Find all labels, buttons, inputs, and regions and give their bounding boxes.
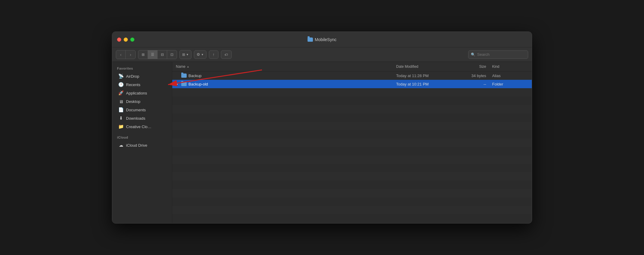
table-row-empty bbox=[172, 130, 532, 139]
toolbar: ‹ › ⊞ ☰ ⊟ ⊡ ⊞ ▼ ⚙ ▼ ↑ 🏷 🔍 bbox=[112, 47, 532, 62]
icloud-label: iCloud bbox=[112, 134, 172, 141]
sidebar-item-applications[interactable]: 🚀 Applications bbox=[113, 89, 171, 97]
sidebar-item-creative-cloud[interactable]: 📁 Creative Clo… bbox=[113, 122, 171, 131]
folder-icon-wrapper bbox=[181, 82, 187, 86]
share-icon: ↑ bbox=[213, 52, 215, 57]
sidebar-item-documents[interactable]: 📄 Documents bbox=[113, 106, 171, 114]
search-icon: 🔍 bbox=[471, 52, 475, 57]
sidebar-item-airdrop[interactable]: 📡 AirDrop bbox=[113, 72, 171, 80]
sidebar-item-label: Creative Clo… bbox=[126, 124, 152, 129]
gear-action-button[interactable]: ⚙ ▼ bbox=[194, 50, 206, 59]
col-kind-header[interactable]: Kind bbox=[492, 64, 528, 69]
sidebar-item-label: Applications bbox=[126, 91, 147, 95]
creative-cloud-icon: 📁 bbox=[118, 124, 124, 129]
file-row-name: ▶ Backup-old bbox=[176, 82, 396, 86]
icloud-drive-icon: ☁ bbox=[118, 142, 124, 148]
view-list-button[interactable]: ☰ bbox=[148, 50, 158, 59]
applications-icon: 🚀 bbox=[118, 90, 124, 96]
empty-rows bbox=[172, 88, 532, 214]
tag-button[interactable]: 🏷 bbox=[221, 50, 232, 59]
view-dropdown-arrow: ▼ bbox=[186, 53, 189, 56]
forward-button[interactable]: › bbox=[126, 50, 135, 59]
view-extra-button[interactable]: ⊞ ▼ bbox=[180, 50, 191, 59]
search-box[interactable]: 🔍 bbox=[468, 50, 528, 59]
table-row-empty bbox=[172, 197, 532, 206]
col-date-header[interactable]: Date Modified bbox=[396, 64, 456, 69]
sidebar: Favorites 📡 AirDrop 🕐 Recents 🚀 Applicat… bbox=[112, 62, 172, 223]
sidebar-item-icloud-drive[interactable]: ☁ iCloud Drive bbox=[113, 141, 171, 149]
share-button[interactable]: ↑ bbox=[209, 50, 218, 59]
table-row-empty bbox=[172, 147, 532, 155]
table-row[interactable]: ▶ Backup-old Today at 10:21 PM -- Folder bbox=[172, 80, 532, 88]
col-name-header[interactable]: Name ▲ bbox=[176, 64, 396, 69]
view-column-button[interactable]: ⊟ bbox=[158, 50, 167, 59]
view-gallery-button[interactable]: ⊡ bbox=[167, 50, 177, 59]
table-row-empty bbox=[172, 164, 532, 172]
file-size: -- bbox=[456, 82, 492, 86]
search-input[interactable] bbox=[477, 52, 525, 57]
sidebar-item-label: Recents bbox=[126, 82, 140, 87]
sidebar-item-label: AirDrop bbox=[126, 74, 139, 79]
folder-icon-wrapper bbox=[181, 74, 187, 78]
documents-icon: 📄 bbox=[118, 107, 124, 112]
view-group2: ⊞ ▼ bbox=[179, 50, 191, 59]
desktop-icon: 🖥 bbox=[118, 99, 124, 104]
nav-buttons: ‹ › bbox=[116, 50, 136, 59]
sidebar-item-desktop[interactable]: 🖥 Desktop bbox=[113, 97, 171, 106]
finder-window: MobileSync ‹ › ⊞ ☰ ⊟ ⊡ ⊞ ▼ ⚙ ▼ ↑ 🏷 bbox=[112, 32, 532, 224]
expand-arrow: ▶ bbox=[176, 82, 179, 86]
table-row-empty bbox=[172, 189, 532, 197]
folder-icon bbox=[181, 74, 187, 78]
window-title-text: MobileSync bbox=[315, 37, 336, 42]
file-row-name: Backup bbox=[176, 74, 396, 78]
tag-icon: 🏷 bbox=[224, 53, 228, 56]
table-row-empty bbox=[172, 122, 532, 130]
downloads-icon: ⬇ bbox=[118, 116, 124, 121]
table-row-empty bbox=[172, 206, 532, 214]
file-date: Today at 11:28 PM bbox=[396, 74, 456, 78]
traffic-lights bbox=[117, 38, 134, 42]
file-size: 34 bytes bbox=[456, 74, 492, 78]
table-row-empty bbox=[172, 105, 532, 113]
close-button[interactable] bbox=[117, 38, 121, 42]
gear-dropdown-arrow: ▼ bbox=[201, 53, 204, 56]
table-row-empty bbox=[172, 172, 532, 181]
sidebar-item-downloads[interactable]: ⬇ Downloads bbox=[113, 114, 171, 122]
table-row-empty bbox=[172, 113, 532, 122]
titlebar: MobileSync bbox=[112, 32, 532, 47]
file-kind: Folder bbox=[492, 82, 528, 86]
sidebar-item-label: Desktop bbox=[126, 99, 140, 104]
table-row-empty bbox=[172, 139, 532, 147]
sidebar-item-label: Downloads bbox=[126, 116, 145, 121]
table-row-empty bbox=[172, 181, 532, 189]
maximize-button[interactable] bbox=[130, 38, 134, 42]
table-row[interactable]: Backup Today at 11:28 PM 34 bytes Alias bbox=[172, 71, 532, 80]
sidebar-item-recents[interactable]: 🕐 Recents bbox=[113, 80, 171, 89]
gear-icon: ⚙ bbox=[197, 52, 200, 57]
file-area: Name ▲ Date Modified Size Kind Backup bbox=[172, 62, 532, 223]
table-row-empty bbox=[172, 88, 532, 97]
grid-icon: ⊞ bbox=[182, 52, 185, 57]
back-button[interactable]: ‹ bbox=[116, 50, 126, 59]
table-row-empty bbox=[172, 97, 532, 105]
folder-icon bbox=[181, 82, 187, 86]
recents-icon: 🕐 bbox=[118, 82, 124, 87]
file-kind: Alias bbox=[492, 74, 528, 78]
file-date: Today at 10:21 PM bbox=[396, 82, 456, 86]
file-name: Backup-old bbox=[188, 82, 208, 86]
airdrop-icon: 📡 bbox=[118, 74, 124, 79]
view-icon-button[interactable]: ⊞ bbox=[138, 50, 148, 59]
window-title: MobileSync bbox=[308, 37, 336, 42]
main-content: Favorites 📡 AirDrop 🕐 Recents 🚀 Applicat… bbox=[112, 62, 532, 223]
minimize-button[interactable] bbox=[124, 38, 128, 42]
sidebar-item-label: iCloud Drive bbox=[126, 143, 147, 148]
table-row-empty bbox=[172, 155, 532, 164]
favorites-label: Favorites bbox=[112, 65, 172, 72]
file-list: Backup Today at 11:28 PM 34 bytes Alias … bbox=[172, 71, 532, 223]
file-name: Backup bbox=[188, 74, 201, 78]
sort-arrow: ▲ bbox=[187, 65, 189, 68]
sidebar-item-label: Documents bbox=[126, 108, 146, 112]
col-name-label: Name bbox=[176, 64, 185, 69]
column-header: Name ▲ Date Modified Size Kind bbox=[172, 62, 532, 71]
col-size-header[interactable]: Size bbox=[456, 64, 492, 69]
